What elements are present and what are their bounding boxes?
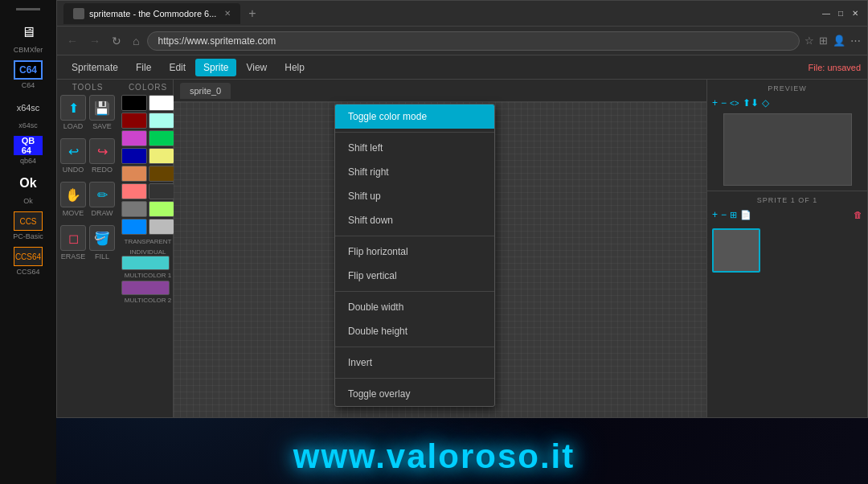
color-cyan[interactable] bbox=[149, 113, 174, 129]
preview-zoom-out[interactable]: − bbox=[721, 97, 727, 109]
save-button[interactable]: 💾 bbox=[89, 95, 115, 121]
color-purple[interactable] bbox=[121, 130, 147, 146]
sprite-remove-btn[interactable]: − bbox=[721, 209, 727, 220]
extensions-icon[interactable]: ⊞ bbox=[819, 35, 828, 47]
menu-double-width[interactable]: Double width bbox=[335, 295, 494, 319]
sidebar-bar bbox=[16, 8, 40, 10]
sidebar-icon-qb64[interactable]: QB64 qb64 bbox=[14, 136, 43, 165]
menu-toggle-color-mode[interactable]: Toggle color mode bbox=[335, 105, 494, 129]
save-label: SAVE bbox=[92, 122, 111, 130]
color-lightred[interactable] bbox=[121, 183, 147, 199]
redo-button[interactable]: ↪ bbox=[89, 138, 115, 164]
menu-file[interactable]: File bbox=[128, 59, 159, 76]
dropdown-container: Toggle color mode Shift left Shift right… bbox=[334, 104, 495, 407]
tab-close-button[interactable]: ✕ bbox=[224, 9, 231, 18]
color-yellow[interactable] bbox=[149, 148, 174, 164]
load-tool[interactable]: ⬆ LOAD bbox=[60, 95, 86, 130]
active-tab[interactable]: spritemate - the Commodore 6... ✕ bbox=[63, 3, 240, 24]
preview-resize[interactable]: <> bbox=[730, 99, 739, 108]
preview-export[interactable]: ◇ bbox=[762, 97, 769, 109]
menu-flip-horizontal[interactable]: Flip horizontal bbox=[335, 240, 494, 264]
redo-label: REDO bbox=[92, 166, 113, 174]
preview-zoom-in[interactable]: + bbox=[712, 97, 718, 109]
color-blue[interactable] bbox=[121, 148, 147, 164]
sprite-thumbnail-0[interactable] bbox=[712, 228, 760, 273]
color-medgray[interactable] bbox=[121, 201, 147, 217]
home-button[interactable]: ⌂ bbox=[129, 33, 142, 49]
address-actions: ☆ ⊞ 👤 ⋯ bbox=[805, 35, 861, 47]
menu-help[interactable]: Help bbox=[276, 59, 313, 76]
main-content: TOOLS ⬆ LOAD 💾 SAVE ↩ UNDO bbox=[57, 80, 867, 417]
menu-shift-up[interactable]: Shift up bbox=[335, 184, 494, 208]
menu-view[interactable]: View bbox=[238, 59, 275, 76]
erase-tool[interactable]: ◻ ERASE bbox=[60, 225, 86, 260]
color-red[interactable] bbox=[121, 113, 147, 129]
color-black[interactable] bbox=[121, 95, 147, 111]
erase-button[interactable]: ◻ bbox=[60, 225, 86, 251]
sidebar-icon-x64sc[interactable]: x64sc x64sc bbox=[12, 96, 44, 129]
fill-tool[interactable]: 🪣 FILL bbox=[89, 225, 115, 260]
color-green[interactable] bbox=[149, 130, 174, 146]
sprite-add-btn[interactable]: + bbox=[712, 209, 718, 220]
back-button[interactable]: ← bbox=[63, 33, 81, 49]
dropdown-sep-3 bbox=[335, 291, 494, 292]
file-status-label: File: unsaved bbox=[809, 63, 861, 72]
url-text: https://www.spritemate.com bbox=[158, 35, 276, 47]
menu-flip-vertical[interactable]: Flip vertical bbox=[335, 264, 494, 288]
menu-shift-down[interactable]: Shift down bbox=[335, 208, 494, 232]
menu-edit[interactable]: Edit bbox=[161, 59, 194, 76]
color-white[interactable] bbox=[149, 95, 174, 111]
profile-icon[interactable]: 👤 bbox=[833, 35, 845, 47]
close-button[interactable]: ✕ bbox=[850, 8, 861, 19]
sprite-grid-btn[interactable]: ⊞ bbox=[730, 210, 737, 220]
refresh-button[interactable]: ↻ bbox=[108, 33, 125, 49]
sidebar-icon-c64[interactable]: C64 C64 bbox=[14, 60, 43, 89]
sprite-tab-0[interactable]: sprite_0 bbox=[180, 83, 231, 99]
bookmark-icon[interactable]: ☆ bbox=[805, 35, 814, 47]
menu-shift-left[interactable]: Shift left bbox=[335, 136, 494, 160]
move-button[interactable]: ✋ bbox=[60, 182, 86, 207]
sidebar-icon-ok[interactable]: Ok Ok bbox=[12, 171, 44, 205]
menu-double-height[interactable]: Double height bbox=[335, 319, 494, 343]
title-bar: spritemate - the Commodore 6... ✕ + — □ … bbox=[57, 1, 867, 27]
menu-spritemate[interactable]: Spritemate bbox=[63, 59, 126, 76]
canvas-area: sprite_0 Toggle color mode Shift left Sh… bbox=[174, 80, 706, 417]
more-icon[interactable]: ⋯ bbox=[850, 35, 861, 47]
forward-button[interactable]: → bbox=[86, 33, 104, 49]
draw-button[interactable]: ✏ bbox=[89, 182, 115, 207]
color-lightblue[interactable] bbox=[121, 219, 147, 235]
color-lightgreen[interactable] bbox=[149, 201, 174, 217]
load-button[interactable]: ⬆ bbox=[60, 95, 86, 121]
sprite-copy-btn[interactable]: 📄 bbox=[740, 210, 751, 220]
draw-tool[interactable]: ✏ DRAW bbox=[89, 182, 115, 217]
redo-tool[interactable]: ↪ REDO bbox=[89, 138, 115, 174]
save-tool[interactable]: 💾 SAVE bbox=[89, 95, 115, 130]
sidebar-icon-cbmxfer[interactable]: 🖥 CBMXfer bbox=[12, 20, 44, 54]
color-darkgray[interactable] bbox=[149, 183, 174, 199]
url-input[interactable]: https://www.spritemate.com bbox=[147, 31, 800, 51]
sidebar-icon-ccs64[interactable]: CCS64 CCS64 bbox=[14, 247, 43, 276]
menu-toggle-overlay[interactable]: Toggle overlay bbox=[335, 382, 494, 406]
multicolor2-swatch[interactable] bbox=[121, 281, 170, 295]
minimize-button[interactable]: — bbox=[821, 8, 832, 19]
preview-canvas bbox=[723, 113, 852, 186]
undo-tool[interactable]: ↩ UNDO bbox=[60, 138, 86, 174]
menu-invert[interactable]: Invert bbox=[335, 351, 494, 375]
menu-bar: Spritemate File Edit Sprite View Help Fi… bbox=[57, 55, 867, 80]
menu-sprite[interactable]: Sprite bbox=[195, 59, 236, 76]
color-lightgray[interactable] bbox=[149, 219, 174, 235]
sprite-dropdown-menu: Toggle color mode Shift left Shift right… bbox=[334, 104, 495, 407]
sidebar-icon-pc-basic[interactable]: CCS PC-Basic bbox=[13, 211, 43, 240]
new-tab-button[interactable]: + bbox=[244, 5, 260, 23]
maximize-button[interactable]: □ bbox=[835, 8, 846, 19]
fill-button[interactable]: 🪣 bbox=[89, 225, 115, 251]
sprite-delete-btn[interactable]: 🗑 bbox=[854, 210, 862, 219]
undo-button[interactable]: ↩ bbox=[60, 138, 86, 164]
dropdown-sep-4 bbox=[335, 347, 494, 347]
color-orange[interactable] bbox=[121, 166, 147, 182]
menu-shift-right[interactable]: Shift right bbox=[335, 160, 494, 184]
move-tool[interactable]: ✋ MOVE bbox=[60, 182, 86, 217]
multicolor1-swatch[interactable] bbox=[121, 256, 170, 270]
color-brown[interactable] bbox=[149, 166, 174, 182]
preview-flip[interactable]: ⬆⬇ bbox=[743, 97, 759, 109]
